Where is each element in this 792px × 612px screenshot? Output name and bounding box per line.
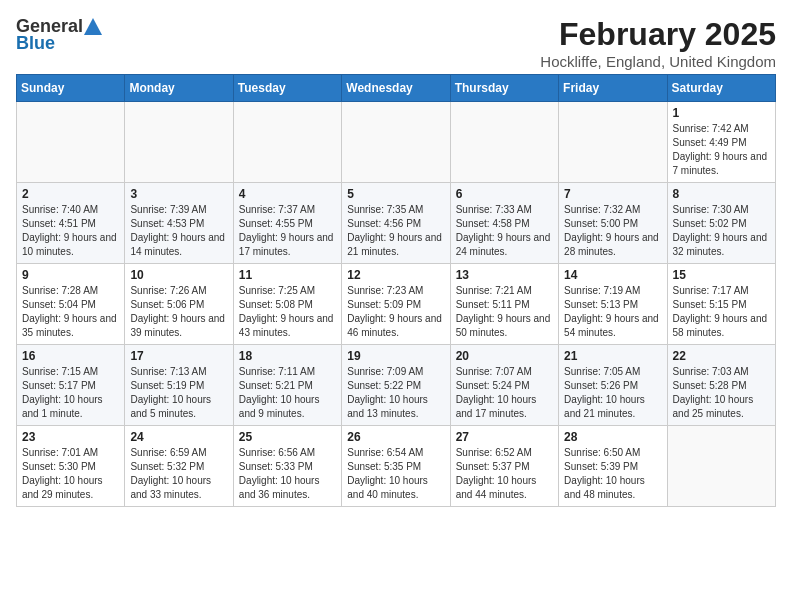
day-info: Sunrise: 7:37 AM Sunset: 4:55 PM Dayligh…	[239, 203, 336, 259]
day-number: 7	[564, 187, 661, 201]
day-info: Sunrise: 7:05 AM Sunset: 5:26 PM Dayligh…	[564, 365, 661, 421]
calendar-cell: 12Sunrise: 7:23 AM Sunset: 5:09 PM Dayli…	[342, 264, 450, 345]
calendar-cell: 19Sunrise: 7:09 AM Sunset: 5:22 PM Dayli…	[342, 345, 450, 426]
calendar-cell: 17Sunrise: 7:13 AM Sunset: 5:19 PM Dayli…	[125, 345, 233, 426]
weekday-header-friday: Friday	[559, 75, 667, 102]
day-number: 28	[564, 430, 661, 444]
day-number: 4	[239, 187, 336, 201]
calendar-cell: 23Sunrise: 7:01 AM Sunset: 5:30 PM Dayli…	[17, 426, 125, 507]
calendar-cell: 15Sunrise: 7:17 AM Sunset: 5:15 PM Dayli…	[667, 264, 775, 345]
day-info: Sunrise: 7:11 AM Sunset: 5:21 PM Dayligh…	[239, 365, 336, 421]
calendar-cell: 5Sunrise: 7:35 AM Sunset: 4:56 PM Daylig…	[342, 183, 450, 264]
calendar-cell: 1Sunrise: 7:42 AM Sunset: 4:49 PM Daylig…	[667, 102, 775, 183]
weekday-header-monday: Monday	[125, 75, 233, 102]
calendar-cell: 4Sunrise: 7:37 AM Sunset: 4:55 PM Daylig…	[233, 183, 341, 264]
day-info: Sunrise: 7:33 AM Sunset: 4:58 PM Dayligh…	[456, 203, 553, 259]
day-info: Sunrise: 7:01 AM Sunset: 5:30 PM Dayligh…	[22, 446, 119, 502]
day-number: 16	[22, 349, 119, 363]
calendar-cell: 13Sunrise: 7:21 AM Sunset: 5:11 PM Dayli…	[450, 264, 558, 345]
day-info: Sunrise: 7:30 AM Sunset: 5:02 PM Dayligh…	[673, 203, 770, 259]
calendar-title: February 2025	[540, 16, 776, 53]
day-info: Sunrise: 7:32 AM Sunset: 5:00 PM Dayligh…	[564, 203, 661, 259]
day-info: Sunrise: 6:56 AM Sunset: 5:33 PM Dayligh…	[239, 446, 336, 502]
calendar-subtitle: Hockliffe, England, United Kingdom	[540, 53, 776, 70]
day-number: 20	[456, 349, 553, 363]
calendar-cell: 14Sunrise: 7:19 AM Sunset: 5:13 PM Dayli…	[559, 264, 667, 345]
day-number: 14	[564, 268, 661, 282]
day-info: Sunrise: 7:17 AM Sunset: 5:15 PM Dayligh…	[673, 284, 770, 340]
day-number: 1	[673, 106, 770, 120]
day-info: Sunrise: 6:52 AM Sunset: 5:37 PM Dayligh…	[456, 446, 553, 502]
week-row-2: 2Sunrise: 7:40 AM Sunset: 4:51 PM Daylig…	[17, 183, 776, 264]
day-number: 24	[130, 430, 227, 444]
calendar-cell	[450, 102, 558, 183]
day-info: Sunrise: 6:50 AM Sunset: 5:39 PM Dayligh…	[564, 446, 661, 502]
logo-icon	[83, 17, 103, 37]
day-number: 3	[130, 187, 227, 201]
weekday-header-sunday: Sunday	[17, 75, 125, 102]
day-info: Sunrise: 7:26 AM Sunset: 5:06 PM Dayligh…	[130, 284, 227, 340]
day-info: Sunrise: 6:54 AM Sunset: 5:35 PM Dayligh…	[347, 446, 444, 502]
week-row-5: 23Sunrise: 7:01 AM Sunset: 5:30 PM Dayli…	[17, 426, 776, 507]
calendar-table: SundayMondayTuesdayWednesdayThursdayFrid…	[16, 74, 776, 507]
day-number: 27	[456, 430, 553, 444]
day-info: Sunrise: 7:09 AM Sunset: 5:22 PM Dayligh…	[347, 365, 444, 421]
calendar-cell: 8Sunrise: 7:30 AM Sunset: 5:02 PM Daylig…	[667, 183, 775, 264]
day-number: 8	[673, 187, 770, 201]
day-number: 23	[22, 430, 119, 444]
day-info: Sunrise: 7:39 AM Sunset: 4:53 PM Dayligh…	[130, 203, 227, 259]
calendar-cell: 22Sunrise: 7:03 AM Sunset: 5:28 PM Dayli…	[667, 345, 775, 426]
calendar-cell: 11Sunrise: 7:25 AM Sunset: 5:08 PM Dayli…	[233, 264, 341, 345]
calendar-cell	[559, 102, 667, 183]
calendar-cell: 25Sunrise: 6:56 AM Sunset: 5:33 PM Dayli…	[233, 426, 341, 507]
title-area: February 2025 Hockliffe, England, United…	[540, 16, 776, 70]
calendar-cell	[667, 426, 775, 507]
weekday-header-thursday: Thursday	[450, 75, 558, 102]
day-info: Sunrise: 6:59 AM Sunset: 5:32 PM Dayligh…	[130, 446, 227, 502]
day-info: Sunrise: 7:42 AM Sunset: 4:49 PM Dayligh…	[673, 122, 770, 178]
logo: GeneralBlue	[16, 16, 103, 54]
calendar-cell	[125, 102, 233, 183]
calendar-cell: 3Sunrise: 7:39 AM Sunset: 4:53 PM Daylig…	[125, 183, 233, 264]
day-number: 10	[130, 268, 227, 282]
day-number: 25	[239, 430, 336, 444]
calendar-cell: 27Sunrise: 6:52 AM Sunset: 5:37 PM Dayli…	[450, 426, 558, 507]
week-row-1: 1Sunrise: 7:42 AM Sunset: 4:49 PM Daylig…	[17, 102, 776, 183]
day-number: 19	[347, 349, 444, 363]
calendar-cell: 10Sunrise: 7:26 AM Sunset: 5:06 PM Dayli…	[125, 264, 233, 345]
calendar-cell	[17, 102, 125, 183]
day-number: 15	[673, 268, 770, 282]
logo-blue: Blue	[16, 33, 55, 54]
calendar-cell: 16Sunrise: 7:15 AM Sunset: 5:17 PM Dayli…	[17, 345, 125, 426]
calendar-cell	[233, 102, 341, 183]
day-number: 5	[347, 187, 444, 201]
calendar-cell: 21Sunrise: 7:05 AM Sunset: 5:26 PM Dayli…	[559, 345, 667, 426]
day-info: Sunrise: 7:40 AM Sunset: 4:51 PM Dayligh…	[22, 203, 119, 259]
calendar-cell: 20Sunrise: 7:07 AM Sunset: 5:24 PM Dayli…	[450, 345, 558, 426]
calendar-cell: 2Sunrise: 7:40 AM Sunset: 4:51 PM Daylig…	[17, 183, 125, 264]
weekday-header-wednesday: Wednesday	[342, 75, 450, 102]
day-number: 2	[22, 187, 119, 201]
day-info: Sunrise: 7:19 AM Sunset: 5:13 PM Dayligh…	[564, 284, 661, 340]
day-info: Sunrise: 7:28 AM Sunset: 5:04 PM Dayligh…	[22, 284, 119, 340]
day-number: 6	[456, 187, 553, 201]
week-row-4: 16Sunrise: 7:15 AM Sunset: 5:17 PM Dayli…	[17, 345, 776, 426]
week-row-3: 9Sunrise: 7:28 AM Sunset: 5:04 PM Daylig…	[17, 264, 776, 345]
day-number: 22	[673, 349, 770, 363]
day-info: Sunrise: 7:07 AM Sunset: 5:24 PM Dayligh…	[456, 365, 553, 421]
day-info: Sunrise: 7:35 AM Sunset: 4:56 PM Dayligh…	[347, 203, 444, 259]
day-number: 12	[347, 268, 444, 282]
calendar-cell: 6Sunrise: 7:33 AM Sunset: 4:58 PM Daylig…	[450, 183, 558, 264]
weekday-header-row: SundayMondayTuesdayWednesdayThursdayFrid…	[17, 75, 776, 102]
svg-marker-0	[84, 18, 102, 35]
calendar-cell: 9Sunrise: 7:28 AM Sunset: 5:04 PM Daylig…	[17, 264, 125, 345]
day-number: 17	[130, 349, 227, 363]
weekday-header-saturday: Saturday	[667, 75, 775, 102]
page-header: GeneralBlue February 2025 Hockliffe, Eng…	[16, 16, 776, 70]
calendar-cell: 18Sunrise: 7:11 AM Sunset: 5:21 PM Dayli…	[233, 345, 341, 426]
day-number: 21	[564, 349, 661, 363]
calendar-cell: 24Sunrise: 6:59 AM Sunset: 5:32 PM Dayli…	[125, 426, 233, 507]
day-info: Sunrise: 7:25 AM Sunset: 5:08 PM Dayligh…	[239, 284, 336, 340]
day-info: Sunrise: 7:13 AM Sunset: 5:19 PM Dayligh…	[130, 365, 227, 421]
calendar-cell	[342, 102, 450, 183]
